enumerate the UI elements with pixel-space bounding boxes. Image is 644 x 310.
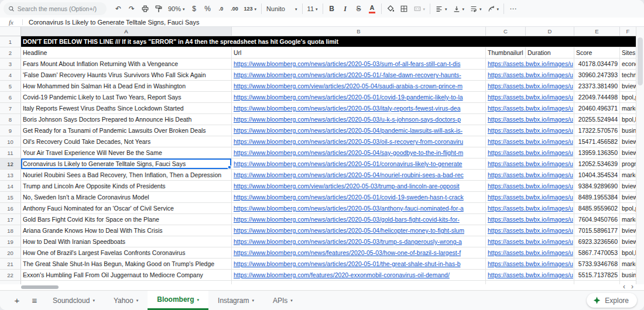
sites-cell[interactable]: bview [620, 225, 636, 236]
vertical-scrollbar-thumb[interactable] [638, 37, 643, 85]
score-cell[interactable]: 15471.456582 [574, 136, 620, 147]
headline-cell[interactable]: 'False Dawn' Recovery Haunts Virus Survi… [21, 70, 232, 80]
score-cell[interactable]: 5867.7470053 [574, 247, 620, 258]
score-cell[interactable]: 10404.354534 [574, 170, 620, 180]
thumbnail-cell[interactable]: https://assets.bwbx.io/images/u [486, 236, 574, 247]
fill-handle[interactable] [228, 166, 231, 169]
url-link[interactable]: https://www.bloomberg.com/news/features/… [234, 249, 461, 256]
format-currency-button[interactable]: $ [188, 2, 201, 15]
thumbnail-cell[interactable]: https://assets.bwbx.io/images/u [486, 192, 574, 202]
row-number[interactable]: 9 [0, 125, 21, 136]
url-link[interactable]: https://www.bloomberg.com/news/articles/… [234, 194, 464, 201]
sites-cell[interactable]: bview [620, 136, 636, 147]
headline-header-cell[interactable]: Headline [21, 47, 232, 58]
sheet-tab-apis[interactable]: APIs ▾ [263, 291, 302, 310]
scroll-left-icon[interactable]: ‹ [623, 283, 625, 291]
url-link[interactable]: https://www.bloomberg.com/features/2020-… [234, 271, 450, 278]
url-link[interactable]: https://www.bloomberg.com/news/articles/… [234, 116, 461, 123]
headline-cell[interactable]: No, Sweden Isn't a Miracle Coronavirus M… [21, 192, 232, 202]
url-link[interactable]: https://www.bloomberg.com/news/articles/… [234, 60, 460, 67]
score-cell[interactable]: 7604.9450766 [574, 214, 620, 225]
url-link[interactable]: https://www.bloomberg.com/news/articles/… [234, 205, 464, 212]
row-number[interactable]: 6 [0, 92, 21, 102]
score-cell[interactable]: 30960.247393 [574, 70, 620, 80]
url-link[interactable]: https://www.bloomberg.com/news/articles/… [234, 160, 462, 167]
column-header-a[interactable]: A [21, 27, 232, 36]
score-cell[interactable]: 8485.9559602 [574, 203, 620, 213]
url-link[interactable]: https://www.bloomberg.com/news/articles/… [234, 260, 461, 267]
sites-cell[interactable]: busine [620, 270, 636, 280]
url-link[interactable]: https://www.bloomberg.com/news/articles/… [234, 127, 463, 134]
score-cell[interactable]: 20460.496371 [574, 103, 620, 113]
font-size-select[interactable]: 11▾ [305, 2, 320, 15]
sites-cell[interactable]: bpol,b [620, 247, 636, 258]
thumbnail-cell[interactable]: https://assets.bwbx.io/images/u [486, 203, 574, 213]
thumbnail-link[interactable]: https://assets.bwbx.io/images/u [488, 194, 573, 201]
thumbnail-cell[interactable]: https://assets.bwbx.io/images/u [486, 225, 574, 236]
thumbnail-cell[interactable]: https://assets.bwbx.io/images/u [486, 92, 574, 102]
sites-cell[interactable]: bview [620, 147, 636, 158]
row-number[interactable]: 8 [0, 114, 21, 125]
thumbnail-link[interactable]: https://assets.bwbx.io/images/u [488, 138, 573, 145]
thumbnail-cell[interactable]: https://assets.bwbx.io/images/u [486, 147, 574, 158]
thumbnail-link[interactable]: https://assets.bwbx.io/images/u [488, 116, 573, 123]
thumbnail-cell[interactable]: https://assets.bwbx.io/images/u [486, 70, 574, 80]
headline-cell[interactable]: Nouriel Roubini Sees a Bad Recovery, The… [21, 170, 232, 180]
url-cell[interactable]: https://www.bloomberg.com/news/articles/… [232, 203, 486, 213]
url-cell[interactable]: https://www.bloomberg.com/news/articles/… [232, 192, 486, 202]
text-wrap-button[interactable]: ▾ [467, 2, 484, 15]
score-cell[interactable]: 8489.1955384 [574, 192, 620, 202]
row-number[interactable]: 14 [0, 181, 21, 191]
text-rotation-button[interactable]: A ▾ [485, 2, 502, 15]
thumbnail-cell[interactable]: https://assets.bwbx.io/images/u [486, 81, 574, 91]
url-link[interactable]: https://www.bloomberg.com/news/articles/… [234, 238, 462, 245]
url-link[interactable]: https://www.bloomberg.com/news/articles/… [234, 105, 461, 112]
zoom-select[interactable]: 90%▾ [166, 2, 187, 15]
url-link[interactable]: https://www.bloomberg.com/news/articles/… [234, 216, 460, 223]
sheet-tab-soundcloud[interactable]: Soundcloud ▾ [43, 291, 104, 310]
select-all-corner[interactable] [0, 27, 21, 36]
thumbnail-cell[interactable]: https://assets.bwbx.io/images/u [486, 214, 574, 225]
row-number[interactable]: 20 [0, 247, 21, 258]
thumbnail-cell[interactable]: https://assets.bwbx.io/images/u [486, 114, 574, 125]
italic-button[interactable]: I [339, 2, 352, 15]
headline-cell[interactable]: Anthony Fauci Nominated for an 'Oscar' o… [21, 203, 232, 213]
duration-header-cell[interactable]: Duration [526, 47, 574, 58]
headline-cell[interactable]: The Great Shale Shut-In Has Begun, Makin… [21, 259, 232, 269]
thumbnail-link[interactable]: https://assets.bwbx.io/images/u [488, 82, 573, 89]
strikethrough-button[interactable]: S [352, 2, 365, 15]
headline-cell[interactable]: Your Air Travel Experience Will Never Be… [21, 147, 232, 158]
thumbnail-cell[interactable]: https://assets.bwbx.io/images/u [486, 159, 574, 169]
headline-cell[interactable]: Oil's Recovery Could Take Decades, Not Y… [21, 136, 232, 147]
paint-format-button[interactable] [152, 2, 165, 15]
url-cell[interactable]: https://www.bloomberg.com/news/articles/… [232, 92, 486, 102]
sites-cell[interactable]: techno [620, 70, 636, 80]
search-input[interactable] [18, 5, 102, 12]
horizontal-scrollbar-thumb[interactable] [21, 285, 59, 289]
score-cell[interactable]: 5515.7137825 [574, 270, 620, 280]
row-number[interactable]: 10 [0, 136, 21, 147]
formula-bar-value[interactable]: Coronavirus Is Likely to Generate Tellta… [29, 19, 199, 26]
thumbnail-cell[interactable]: https://assets.bwbx.io/images/u [486, 270, 574, 280]
headline-cell[interactable]: Coronavirus Is Likely to Generate Tellta… [21, 159, 232, 169]
more-toolbar-button[interactable]: ⋯ [506, 2, 519, 15]
url-cell[interactable]: https://www.bloomberg.com/view/articles/… [232, 181, 486, 191]
url-cell[interactable]: https://www.bloomberg.com/news/articles/… [232, 114, 486, 125]
thumbnail-link[interactable]: https://assets.bwbx.io/images/u [488, 94, 573, 101]
sites-cell[interactable]: busine [620, 125, 636, 136]
row-number[interactable]: 15 [0, 192, 21, 202]
row-number[interactable]: 5 [0, 81, 21, 91]
thumbnail-link[interactable]: https://assets.bwbx.io/images/u [488, 149, 573, 156]
headline-cell[interactable]: Ariana Grande Knows How to Deal With Thi… [21, 225, 232, 236]
thumbnail-link[interactable]: https://assets.bwbx.io/images/u [488, 238, 573, 245]
url-cell[interactable]: https://www.bloomberg.com/news/articles/… [232, 103, 486, 113]
thumbnail-cell[interactable]: https://assets.bwbx.io/images/u [486, 103, 574, 113]
thumbnail-link[interactable]: https://assets.bwbx.io/images/u [488, 71, 573, 78]
url-cell[interactable]: https://www.bloomberg.com/view/articles/… [232, 81, 486, 91]
row-number[interactable]: 3 [0, 58, 21, 69]
thumbnail-link[interactable]: https://assets.bwbx.io/images/u [488, 105, 573, 112]
thumbnail-cell[interactable]: https://assets.bwbx.io/images/u [486, 125, 574, 136]
thumbnail-link[interactable]: https://assets.bwbx.io/images/u [488, 160, 573, 167]
column-header-c[interactable]: C [486, 27, 526, 36]
row-number[interactable]: 1 [0, 36, 21, 47]
